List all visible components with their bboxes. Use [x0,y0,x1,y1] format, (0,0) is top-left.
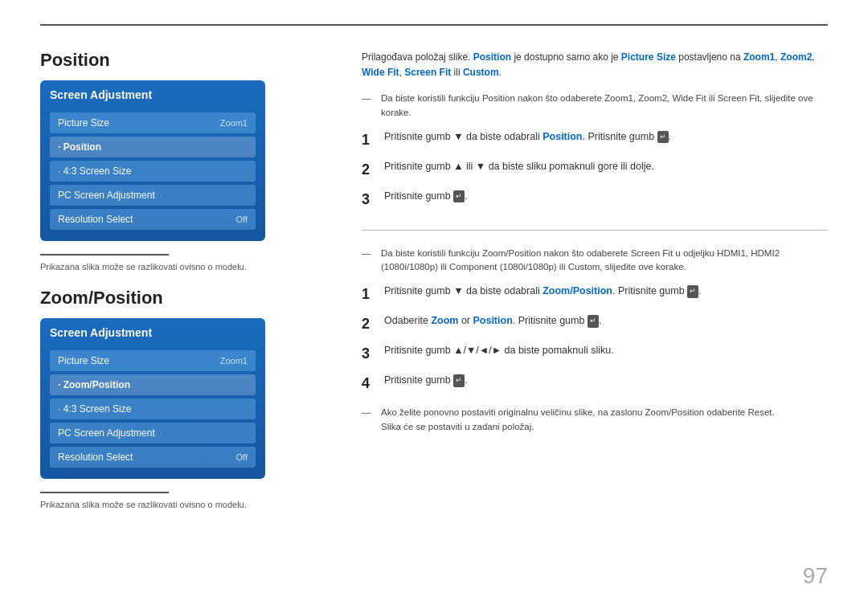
zoom1-keyword: Zoom1 [743,51,775,63]
zoom-menu-row: · 4:3 Screen Size [50,398,256,419]
zoom-step-num-2: 2 [362,313,384,335]
zoom-step-num-4: 4 [362,373,384,394]
hdmi2-kw: HDMI2 [751,248,780,258]
pos-menu-row: Picture SizeZoom1 [50,112,256,133]
zp-fn-keyword: Zoom/Position [482,248,542,258]
pos-menu-row-value: Off [236,215,248,224]
zoom-menu-row: · Zoom/Position [50,374,256,395]
screenfit-keyword: Screen Fit [404,67,451,78]
widefit-keyword: Wide Fit [362,67,399,78]
zoom-step-text-2: Odaberite Zoom or Position. Pritisnite g… [384,313,828,329]
position-intro: Prilagođava položaj slike. Position je d… [362,50,828,80]
zoom-kw: Zoom [431,315,458,326]
zoom-position-menu-items: Picture SizeZoom1· Zoom/Position· 4:3 Sc… [50,350,256,468]
pos-menu-row-label: PC Screen Adjustment [58,190,155,201]
zoom-step-4: 4 Pritisnite gumb ↵. [362,373,828,394]
zoom-menu-row: Resolution SelectOff [50,447,256,468]
step-text-2: Pritisnite gumb ▲ ili ▼ da biste sliku p… [384,159,828,174]
pos-menu-row-label: · Position [58,141,101,153]
zoom-step-2: 2 Odaberite Zoom or Position. Pritisnite… [362,313,828,335]
pos-menu-row: PC Screen Adjustment [50,185,256,206]
custom-keyword: Custom [463,67,499,78]
zoom-menu-row: PC Screen Adjustment [50,423,256,443]
zoom-position-menu-title: Screen Adjustment [50,326,256,344]
position-steps: 1 Pritisnite gumb ▼ da biste odabrali Po… [362,129,828,210]
zoom-position-title: Zoom/Position [40,288,330,309]
pos-menu-row-label: Picture Size [58,117,109,129]
zoom-position-right-content: Da biste koristili funkciju Zoom/Positio… [362,247,828,434]
zoom-position-menu-box: Screen Adjustment Picture SizeZoom1· Zoo… [40,318,265,479]
pos-fn-keyword: Position [482,93,515,103]
enter-icon-3: ↵ [453,190,465,203]
step-text-3: Pritisnite gumb ↵. [384,189,828,204]
right-column: Prilagođava položaj slike. Position je d… [362,50,828,525]
zoom-menu-row: Picture SizeZoom1 [50,350,256,371]
reset-kw: Reset [747,407,772,417]
zoom-menu-row-label: Picture Size [58,355,109,366]
position-step-3: 3 Pritisnite gumb ↵. [362,189,828,210]
zoom1-kw2: Zoom1 [604,93,633,103]
enter-icon-z1: ↵ [687,285,698,298]
picture-size-keyword: Picture Size [621,51,676,63]
position-section: Position Screen Adjustment Picture SizeZ… [40,50,330,272]
zoom-step-num-1: 1 [362,284,384,305]
zoom-menu-row-value: Zoom1 [220,356,248,366]
zoom-step-text-3: Pritisnite gumb ▲/▼/◄/► da biste pomaknu… [384,343,828,358]
zoom-position-steps: 1 Pritisnite gumb ▼ da biste odabrali Zo… [362,284,828,394]
position-sub-note: Da biste koristili funkciju Position nak… [373,92,828,120]
position-step-1: 1 Pritisnite gumb ▼ da biste odabrali Po… [362,129,828,151]
pos-menu-row-label: Resolution Select [58,214,133,225]
top-divider [40,24,828,26]
wf-kw2: Wide Fit [672,93,706,103]
pos-menu-row: Resolution SelectOff [50,209,256,230]
step-num-2: 2 [362,159,384,181]
position-menu-title: Screen Adjustment [50,88,256,106]
zoom-menu-row-value: Off [236,452,248,462]
zoom-step-num-3: 3 [362,343,384,365]
position-title: Position [40,50,330,71]
step-num-1: 1 [362,129,384,151]
zoom-position-section: Zoom/Position Screen Adjustment Picture … [40,288,330,509]
zoom-position-divider [40,492,169,493]
zoom-step-text-1: Pritisnite gumb ▼ da biste odabrali Zoom… [384,284,828,299]
pos-menu-row-label: · 4:3 Screen Size [58,166,131,177]
zoom-menu-row-label: Resolution Select [58,452,133,463]
zoom2-keyword: Zoom2 [780,51,812,63]
enter-icon-z4: ↵ [453,374,465,387]
step-text-1: Pritisnite gumb ▼ da biste odabrali Posi… [384,129,828,145]
zoom-bottom-note-wrap: Ako želite ponovno postaviti originalnu … [362,406,828,434]
position-keyword: Position [473,51,511,63]
position-right-content: Prilagođava položaj slike. Position je d… [362,50,828,210]
zoom-menu-row-label: · 4:3 Screen Size [58,403,131,415]
zp-kw: Zoom/Position [542,285,612,296]
pos-kw2: Position [473,315,512,326]
zoom-bottom-note: Ako želite ponovno postaviti originalnu … [373,406,828,434]
pos-menu-row-value: Zoom1 [220,118,248,128]
position-sub-note-wrap: Da biste koristili funkciju Position nak… [362,92,828,120]
zoom-position-note: Prikazana slika može se razlikovati ovis… [40,500,330,509]
zoom2-kw2: Zoom2 [638,93,667,103]
sf-kw2: Screen Fit [718,93,760,103]
position-note: Prikazana slika može se razlikovati ovis… [40,262,330,272]
zoom-intro-note: Da biste koristili funkciju Zoom/Positio… [373,247,828,275]
pos-menu-row: · Position [50,137,256,157]
page-number: 97 [803,563,828,589]
enter-icon-z2: ↵ [588,315,599,328]
position-step-2: 2 Pritisnite gumb ▲ ili ▼ da biste sliku… [362,159,828,181]
zoom-step-text-4: Pritisnite gumb ↵. [384,373,828,388]
left-column: Position Screen Adjustment Picture SizeZ… [40,50,330,525]
position-menu-items: Picture SizeZoom1· Position· 4:3 Screen … [50,112,256,230]
component-kw: Component [449,262,497,272]
sf-kw3: Screen Fit [631,248,673,258]
zoom-menu-row-label: PC Screen Adjustment [58,427,155,439]
zoom-intro-wrap: Da biste koristili funkciju Zoom/Positio… [362,247,828,275]
hdmi1-kw: HDMI1 [717,248,746,258]
section-separator [362,230,828,231]
zoom-step-1: 1 Pritisnite gumb ▼ da biste odabrali Zo… [362,284,828,305]
page-layout: Position Screen Adjustment Picture SizeZ… [40,50,828,525]
zoom-step-3: 3 Pritisnite gumb ▲/▼/◄/► da biste pomak… [362,343,828,365]
zp-reset-kw: Zoom/Position [645,407,705,417]
position-menu-box: Screen Adjustment Picture SizeZoom1· Pos… [40,80,265,241]
pos-menu-row: · 4:3 Screen Size [50,161,256,182]
enter-icon-1: ↵ [657,131,669,144]
